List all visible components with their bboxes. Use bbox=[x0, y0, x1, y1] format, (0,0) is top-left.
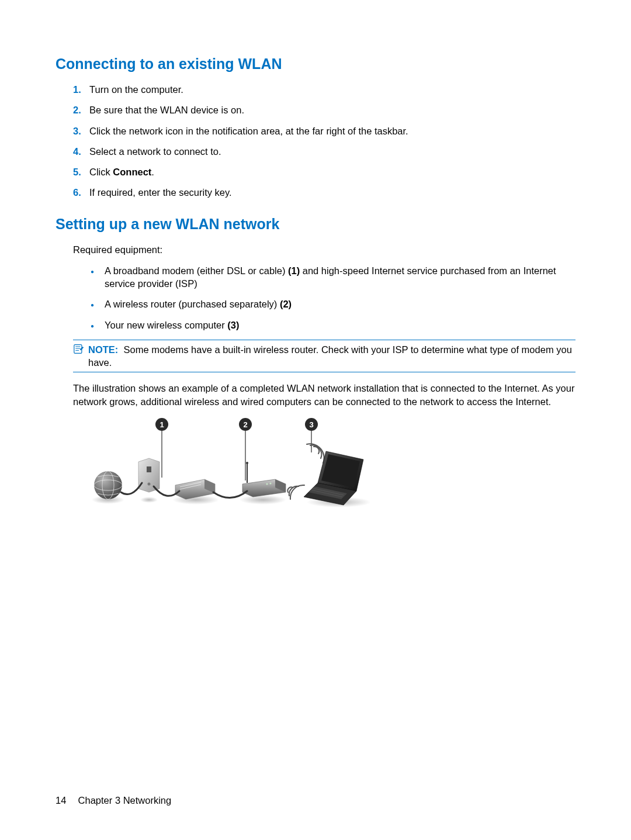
step-item: 3. Click the network icon in the notific… bbox=[73, 125, 575, 137]
step-item: 1. Turn on the computer. bbox=[73, 83, 575, 96]
step-number: 1. bbox=[73, 83, 89, 96]
svg-text:3: 3 bbox=[309, 420, 313, 429]
step-number: 3. bbox=[73, 125, 89, 137]
bullet-text: A broadband modem (either DSL or cable) … bbox=[105, 264, 575, 291]
bullet-list-equipment: ● A broadband modem (either DSL or cable… bbox=[91, 264, 575, 331]
step-item: 6. If required, enter the security key. bbox=[73, 186, 575, 199]
svg-point-27 bbox=[270, 482, 272, 484]
step-number: 6. bbox=[73, 186, 89, 199]
step-text: If required, enter the security key. bbox=[89, 186, 575, 199]
bullet-text: A wireless router (purchased separately)… bbox=[105, 298, 575, 310]
step-text: Turn on the computer. bbox=[89, 83, 575, 96]
svg-point-5 bbox=[140, 497, 158, 503]
heading-setup-wlan: Setting up a new WLAN network bbox=[56, 216, 575, 233]
bullet-icon: ● bbox=[91, 301, 105, 309]
svg-point-22 bbox=[148, 482, 151, 485]
bullet-icon: ● bbox=[91, 268, 105, 276]
svg-point-7 bbox=[240, 495, 286, 504]
step-text: Select a network to connect to. bbox=[89, 145, 575, 158]
step-text: Click Connect. bbox=[89, 165, 575, 178]
page-footer: 14 Chapter 3 Networking bbox=[56, 795, 171, 806]
step-item: 5. Click Connect. bbox=[73, 165, 575, 178]
list-item: ● Your new wireless computer (3) bbox=[91, 319, 575, 331]
svg-rect-21 bbox=[147, 466, 151, 472]
step-item: 4. Select a network to connect to. bbox=[73, 145, 575, 158]
wlan-illustration: 1 2 3 bbox=[73, 416, 575, 512]
intro-text: Required equipment: bbox=[73, 243, 575, 256]
page-number: 14 bbox=[56, 795, 75, 806]
svg-text:1: 1 bbox=[160, 420, 164, 429]
step-number: 5. bbox=[73, 165, 89, 178]
list-item: ● A wireless router (purchased separatel… bbox=[91, 298, 575, 310]
svg-point-26 bbox=[246, 462, 248, 464]
document-page: Connecting to an existing WLAN 1. Turn o… bbox=[0, 0, 631, 512]
illustration-description: The illustration shows an example of a c… bbox=[73, 382, 575, 408]
note-text: NOTE: Some modems have a built-in wirele… bbox=[88, 343, 575, 369]
step-item: 2. Be sure that the WLAN device is on. bbox=[73, 103, 575, 116]
chapter-label: Chapter 3 Networking bbox=[78, 795, 172, 806]
step-text: Be sure that the WLAN device is on. bbox=[89, 103, 575, 116]
note-block: NOTE: Some modems have a built-in wirele… bbox=[73, 340, 575, 373]
svg-point-28 bbox=[266, 483, 268, 485]
list-item: ● A broadband modem (either DSL or cable… bbox=[91, 264, 575, 291]
step-list-connecting: 1. Turn on the computer. 2. Be sure that… bbox=[73, 83, 575, 199]
note-icon bbox=[73, 344, 85, 357]
bullet-text: Your new wireless computer (3) bbox=[105, 319, 575, 331]
step-text: Click the network icon in the notificati… bbox=[89, 125, 575, 137]
svg-text:2: 2 bbox=[243, 420, 247, 429]
heading-connecting-wlan: Connecting to an existing WLAN bbox=[56, 56, 575, 72]
bullet-icon: ● bbox=[91, 322, 105, 330]
step-number: 2. bbox=[73, 103, 89, 116]
step-number: 4. bbox=[73, 145, 89, 158]
